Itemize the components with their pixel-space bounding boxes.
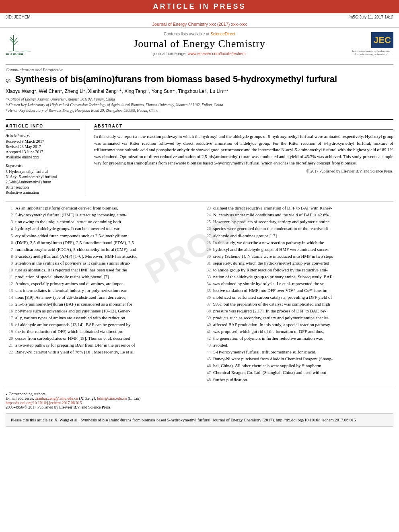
line-number: 31 [204, 260, 211, 267]
abstract-column: ABSTRACT In this study we report a new r… [94, 124, 393, 195]
keyword-2: N-Acyl-5-aminomethyl furfural [6, 175, 80, 179]
line-number: 23 [204, 205, 211, 212]
homepage-url[interactable]: www.elsevier.com/locate/jechem [188, 51, 246, 56]
footnote-area: ⁎ Corresponding authors. E-mail addresse… [6, 389, 393, 409]
line-content: the further reduction of DFF, which is o… [15, 328, 195, 335]
line-row: 22Raney-Ni catalyst with a yield of 76% … [6, 349, 195, 355]
elsevier-logo: ELSEVIER [6, 31, 42, 57]
jec-logo: JEC [371, 32, 393, 48]
article-info-header: ARTICLE INFO [6, 124, 80, 130]
line-content: (DMF), 2,5-diformylfuran (DFF), 2,5-fura… [15, 239, 195, 246]
line-content: cesses from carbohydrates or HMF [15]. T… [15, 335, 195, 342]
line-row: 30sively (Scheme 1). N atoms were introd… [204, 253, 393, 260]
line-number: 43 [204, 342, 211, 349]
sciencedirect-link[interactable]: ScienceDirect [210, 32, 235, 36]
line-row: 45Raney-Ni were purchased from Aladdin C… [204, 355, 393, 362]
line-row: 43avoided. [204, 342, 393, 349]
line-content: As an important platform chemical derive… [15, 205, 195, 212]
line-row: 34was obtained by simple hydrolysis. Le … [204, 280, 393, 287]
line-number: 38 [204, 308, 211, 314]
affil-b: ᵇ Xiamen Key Laboratory of High-valued C… [6, 102, 393, 108]
line-content: tions [8,9]. As a new type of 2,5-disubs… [15, 294, 195, 301]
line-row: 25-hydroxymethyl furfural (HMF) is attra… [6, 212, 195, 218]
email-line: E-mail addresses: xianhai.zeng@xmu.edu.c… [6, 396, 393, 401]
line-content: ety of value-added furan compounds such … [15, 232, 195, 239]
line-row: 1As an important platform chemical deriv… [6, 205, 195, 212]
svg-text:ELSEVIER: ELSEVIER [6, 53, 24, 55]
citation-text: Please cite this article as: X. Wang et … [11, 418, 356, 422]
line-number: 37 [204, 301, 211, 308]
line-row: 152,5-bis(aminomethyl)furan (BAF) is con… [6, 301, 195, 308]
line-number: 7 [6, 246, 13, 253]
line-row: 4hydroxyl and aldehyde groups. It can be… [6, 225, 195, 232]
line-row: 3tion owing to the unique chemical struc… [6, 218, 195, 225]
main-content: PROOF Communication and Perspective Q1 S… [0, 64, 399, 427]
line-content: was obtained by simple hydrolysis. Le et… [213, 280, 393, 287]
line-row: 445-Hydroxymethyl furfural, trifluoromet… [204, 349, 393, 355]
meta-label: [m5G;July 11, 2017;14:1] [348, 15, 393, 19]
doi-line[interactable]: http://dx.doi.org/10.1016/j.jechem.2017.… [6, 401, 393, 405]
revised-date: Revised 23 May 2017 [6, 144, 80, 149]
line-content: 2,5-bis(aminomethyl)furan (BAF) is consi… [15, 301, 195, 308]
line-row: 11production of special phenolic resins … [6, 273, 195, 280]
keyword-3: 2,5-bis(Aminomethyl) furan [6, 180, 80, 184]
line-row: 16polymers such as polyamides and polyur… [6, 308, 195, 314]
q1-marker: Q1 [6, 78, 11, 83]
available-online: Available online xxx [6, 155, 80, 159]
line-content: 5-acetoxymethylfurfural (AMF) [1–6]. Mor… [15, 253, 195, 260]
line-number: 10 [6, 267, 13, 273]
line-number: 25 [204, 218, 211, 225]
journal-title-block: Contents lists available at ScienceDirec… [50, 32, 349, 56]
line-number: 8 [6, 253, 13, 260]
line-number: 48 [204, 376, 211, 383]
line-number: 5 [6, 232, 13, 239]
line-number: 35 [204, 287, 211, 294]
article-info-column: ARTICLE INFO Article history: Received 8… [6, 124, 86, 195]
line-number: 42 [204, 335, 211, 342]
affiliations: ᵃ College of Energy, Xiamen University, … [6, 97, 393, 114]
line-number: 3 [6, 218, 13, 225]
line-number: 27 [204, 232, 211, 239]
top-bar: JID: JECHEM [m5G;July 11, 2017;14:1] [0, 13, 399, 21]
line-number: 17 [6, 314, 13, 321]
line-row: 6(DMF), 2,5-diformylfuran (DFF), 2,5-fur… [6, 239, 195, 246]
line-content: lective oxidation of HMF into DFF over V… [213, 287, 393, 294]
line-row: 46hai, China). All other chemicals were … [204, 362, 393, 369]
line-content: the generation of polymers in further re… [213, 335, 393, 342]
line-content: nation of the aldehyde group to primary … [213, 273, 393, 280]
line-content: 98%, but the preparation of the catalyst… [213, 301, 393, 308]
line-number: 6 [6, 239, 13, 246]
line-number: 24 [204, 212, 211, 218]
line-number: 41 [204, 328, 211, 335]
line-row: 21a two-step pathway for preparing BAF f… [6, 342, 195, 349]
corresponding-label: ⁎ Corresponding authors. [6, 392, 393, 396]
line-content: polymers such as polyamides and polyuret… [15, 308, 195, 314]
email1[interactable]: xianhai.zeng@xmu.edu.cn [35, 396, 78, 401]
line-content: to amide group by Ritter reaction follow… [213, 267, 393, 273]
line-content: of aldehyde amine compounds [13,14]. BAF… [15, 321, 195, 328]
line-row: 26species were generated due to the cond… [204, 225, 393, 232]
line-row: 27aldehyde and di-amines groups [17]. [204, 232, 393, 239]
svg-line-2 [10, 39, 14, 43]
line-content: ture as aromatics. It is reported that H… [15, 267, 195, 273]
jid-label: JID: JECHEM [6, 15, 31, 19]
line-number: 19 [6, 328, 13, 335]
article-in-press-banner: ARTICLE IN PRESS [0, 0, 399, 13]
line-row: 85-acetoxymethylfurfural (AMF) [1–6]. Mo… [6, 253, 195, 260]
keywords-label: Keywords: [6, 163, 80, 168]
line-number: 30 [204, 253, 211, 260]
email2[interactable]: lulin@xmu.edu.cn [97, 396, 127, 401]
line-number: 28 [204, 239, 211, 246]
journal-title: Journal of Energy Chemistry [50, 38, 349, 50]
email-label: E-mail addresses: [6, 396, 34, 401]
line-content: In this study, we describe a new reactio… [213, 239, 393, 246]
line-row: 18of aldehyde amine compounds [13,14]. B… [6, 321, 195, 328]
line-number: 39 [204, 314, 211, 321]
line-content: mobilized on sulfonated carbon catalysts… [213, 294, 393, 301]
line-content: claimed the direct reductive amination o… [213, 205, 393, 212]
line-content: species were generated due to the conden… [213, 225, 393, 232]
line-number: 40 [204, 321, 211, 328]
line-content: avoided. [213, 342, 393, 349]
line-number: 45 [204, 355, 211, 362]
line-content: Ni catalysts under mild conditions and t… [213, 212, 393, 218]
